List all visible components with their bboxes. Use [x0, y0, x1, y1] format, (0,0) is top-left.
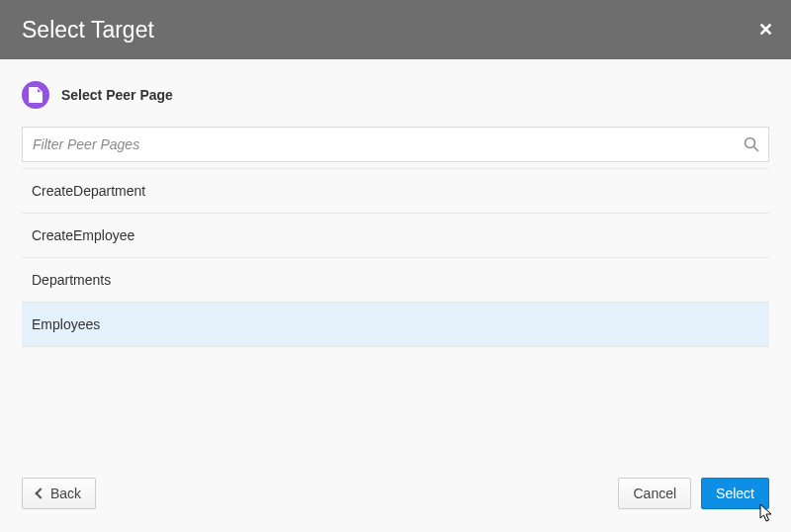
filter-input[interactable] [22, 127, 769, 162]
section-title: Select Peer Page [22, 81, 769, 109]
page-icon [22, 81, 49, 109]
chevron-left-icon [35, 488, 45, 498]
list-item[interactable]: Employees [22, 303, 769, 347]
list-item[interactable]: CreateDepartment [22, 169, 769, 214]
list-item[interactable]: Departments [22, 258, 769, 303]
back-button[interactable]: Back [22, 478, 96, 509]
peer-page-list: CreateDepartment CreateEmployee Departme… [22, 168, 769, 347]
dialog-header: Select Target ✕ [0, 0, 791, 59]
close-icon[interactable]: ✕ [758, 21, 773, 39]
select-button[interactable]: Select [701, 478, 769, 509]
back-button-label: Back [50, 486, 81, 501]
dialog-title: Select Target [22, 17, 154, 44]
cancel-button[interactable]: Cancel [618, 478, 691, 509]
list-item[interactable]: CreateEmployee [22, 214, 769, 258]
dialog-footer: Back Cancel Select [0, 469, 791, 532]
filter-wrap [22, 127, 769, 162]
footer-right: Cancel Select [618, 478, 769, 509]
section-title-label: Select Peer Page [61, 87, 173, 103]
dialog-content: Select Peer Page CreateDepartment Create… [0, 59, 791, 347]
